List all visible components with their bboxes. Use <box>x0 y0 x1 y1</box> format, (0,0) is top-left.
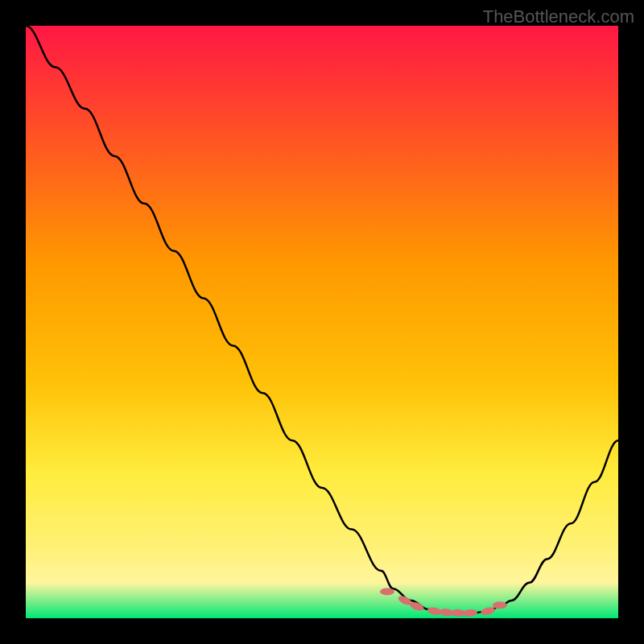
svg-rect-0 <box>26 26 618 618</box>
watermark-text: TheBottleneck.com <box>483 6 634 27</box>
plot-area <box>26 26 618 618</box>
gradient-background <box>26 26 618 618</box>
chart-container: TheBottleneck.com <box>0 0 644 644</box>
